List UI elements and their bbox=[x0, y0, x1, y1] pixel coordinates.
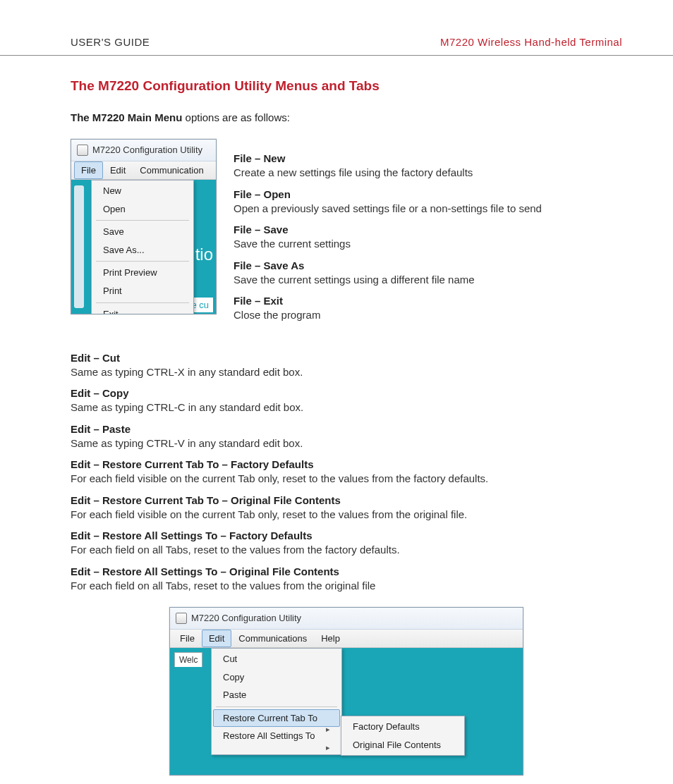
menubar: File Edit Communication bbox=[71, 161, 216, 180]
desc-item: File – Save As Save the current settings… bbox=[234, 259, 622, 288]
header-right: M7220 Wireless Hand-held Terminal bbox=[440, 35, 622, 49]
desc-text: Same as typing CTRL-C in any standard ed… bbox=[71, 400, 622, 415]
menu-item-restore-current-tab[interactable]: Restore Current Tab To bbox=[213, 709, 340, 728]
desc-text: For each field visible on the current Ta… bbox=[71, 508, 622, 522]
desc-item: Edit – Restore Current Tab To – Factory … bbox=[71, 458, 622, 486]
desc-title: Edit – Restore Current Tab To – Factory … bbox=[71, 458, 622, 472]
edit-menu-descriptions: Edit – Cut Same as typing CTRL-X in any … bbox=[71, 351, 622, 594]
menu-item-paste[interactable]: Paste bbox=[213, 686, 340, 704]
submenu-item-original-file-contents[interactable]: Original File Contents bbox=[343, 736, 463, 754]
desc-title: Edit – Restore All Settings To – Factory… bbox=[71, 529, 622, 543]
submenu-item-factory-defaults[interactable]: Factory Defaults bbox=[343, 718, 463, 736]
menu-item-cut[interactable]: Cut bbox=[213, 650, 340, 668]
window-titlebar: M7220 Configuration Utility bbox=[170, 608, 523, 630]
desc-title: Edit – Copy bbox=[71, 386, 622, 400]
desc-item: Edit – Restore Current Tab To – Original… bbox=[71, 494, 622, 522]
desc-item: File – Save Save the current settings bbox=[234, 223, 622, 252]
desc-title: Edit – Paste bbox=[71, 422, 622, 436]
menu-separator bbox=[96, 220, 189, 221]
desc-title: File – Open bbox=[234, 188, 622, 202]
menu-separator bbox=[216, 706, 337, 707]
desc-text: For each field on all Tabs, reset to the… bbox=[71, 579, 622, 593]
app-icon bbox=[176, 613, 187, 624]
screenshot-file-menu: M7220 Configuration Utility File Edit Co… bbox=[71, 139, 217, 314]
file-dropdown: New Open Save Save As... Print Preview P… bbox=[91, 180, 194, 314]
desc-item: Edit – Restore All Settings To – Factory… bbox=[71, 529, 622, 558]
menu-file[interactable]: File bbox=[74, 161, 103, 180]
menu-edit[interactable]: Edit bbox=[202, 630, 231, 648]
window-body: Welc Cut Copy Paste Restore Current Tab … bbox=[170, 648, 523, 775]
desc-text: Same as typing CTRL-V in any standard ed… bbox=[71, 436, 622, 451]
desc-item: Edit – Cut Same as typing CTRL-X in any … bbox=[71, 351, 622, 380]
menu-help[interactable]: Help bbox=[314, 630, 347, 648]
desc-title: File – New bbox=[234, 152, 622, 166]
menubar: File Edit Communications Help bbox=[170, 630, 523, 649]
desc-text: Same as typing CTRL-X in any standard ed… bbox=[71, 365, 622, 379]
menu-item-exit[interactable]: Exit bbox=[93, 305, 192, 314]
menu-item-save[interactable]: Save bbox=[93, 223, 192, 241]
menu-item-print[interactable]: Print bbox=[93, 282, 192, 300]
edit-dropdown: Cut Copy Paste Restore Current Tab To Re… bbox=[211, 648, 342, 755]
menu-separator bbox=[96, 302, 189, 303]
menu-item-open[interactable]: Open bbox=[93, 200, 192, 219]
desc-item: Edit – Copy Same as typing CTRL-C in any… bbox=[71, 386, 622, 415]
desc-title: Edit – Restore Current Tab To – Original… bbox=[71, 494, 622, 508]
menu-file[interactable]: File bbox=[173, 630, 202, 648]
desc-text: Save the current settings bbox=[234, 237, 622, 251]
bg-text-fragment: itio bbox=[191, 243, 213, 266]
menu-item-copy[interactable]: Copy bbox=[213, 668, 340, 687]
desc-text: Close the program bbox=[234, 308, 622, 322]
window-body: itio Retrieve cu New Open Save Save As..… bbox=[71, 180, 216, 314]
tab-fragment[interactable]: Welc bbox=[174, 652, 202, 667]
section-title: The M7220 Configuration Utility Menus an… bbox=[71, 77, 622, 95]
desc-text: For each field on all Tabs, reset to the… bbox=[71, 543, 622, 557]
menu-item-restore-all-settings[interactable]: Restore All Settings To bbox=[213, 727, 340, 745]
menu-communication[interactable]: Communication bbox=[133, 161, 210, 180]
screenshot-edit-wrap: M7220 Configuration Utility File Edit Co… bbox=[71, 607, 622, 776]
desc-text: Open a previously saved settings file or… bbox=[234, 202, 622, 216]
menu-item-saveas[interactable]: Save As... bbox=[93, 241, 192, 259]
intro-bold: The M7220 Main Menu bbox=[71, 111, 182, 123]
header-rule bbox=[0, 55, 673, 56]
side-strip bbox=[74, 185, 84, 308]
file-menu-descriptions: File – New Create a new settings file us… bbox=[234, 139, 622, 330]
desc-item: File – New Create a new settings file us… bbox=[234, 152, 622, 180]
desc-item: File – Open Open a previously saved sett… bbox=[234, 188, 622, 216]
menu-separator bbox=[96, 261, 189, 262]
desc-title: Edit – Cut bbox=[71, 351, 622, 365]
header-left: USER'S GUIDE bbox=[71, 35, 150, 49]
desc-item: File – Exit Close the program bbox=[234, 294, 622, 323]
restore-submenu: Factory Defaults Original File Contents bbox=[341, 716, 465, 756]
window-title: M7220 Configuration Utility bbox=[191, 612, 301, 625]
desc-title: File – Save bbox=[234, 223, 622, 237]
page-header: USER'S GUIDE M7220 Wireless Hand-held Te… bbox=[71, 35, 622, 49]
desc-text: Save the current settings using a differ… bbox=[234, 273, 622, 287]
desc-item: Edit – Restore All Settings To – Origina… bbox=[71, 565, 622, 594]
app-icon bbox=[77, 145, 88, 156]
menu-item-new[interactable]: New bbox=[93, 182, 192, 200]
desc-title: File – Save As bbox=[234, 259, 622, 273]
desc-item: Edit – Paste Same as typing CTRL-V in an… bbox=[71, 422, 622, 451]
intro-rest: options are as follows: bbox=[182, 111, 290, 123]
window-titlebar: M7220 Configuration Utility bbox=[71, 140, 216, 161]
document-page: USER'S GUIDE M7220 Wireless Hand-held Te… bbox=[0, 0, 673, 784]
intro-paragraph: The M7220 Main Menu options are as follo… bbox=[71, 111, 622, 125]
menu-edit[interactable]: Edit bbox=[103, 161, 133, 180]
desc-title: File – Exit bbox=[234, 294, 622, 308]
desc-text: Create a new settings file using the fac… bbox=[234, 166, 622, 180]
desc-title: Edit – Restore All Settings To – Origina… bbox=[71, 565, 622, 579]
screenshot-edit-menu: M7220 Configuration Utility File Edit Co… bbox=[169, 607, 523, 776]
desc-text: For each field visible on the current Ta… bbox=[71, 472, 622, 486]
menu-communications[interactable]: Communications bbox=[231, 630, 314, 648]
file-menu-block: M7220 Configuration Utility File Edit Co… bbox=[71, 139, 622, 330]
menu-item-printpreview[interactable]: Print Preview bbox=[93, 264, 192, 282]
window-title: M7220 Configuration Utility bbox=[92, 144, 202, 157]
